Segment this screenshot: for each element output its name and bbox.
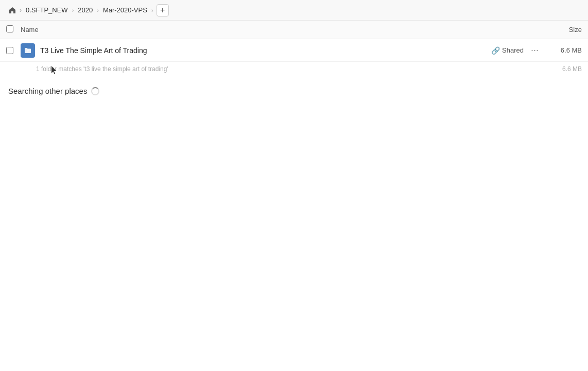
shared-badge: 🔗 Shared bbox=[491, 46, 524, 55]
column-size-header: Size bbox=[541, 26, 582, 33]
breadcrumb-item-0[interactable]: 0.SFTP_NEW bbox=[23, 5, 71, 15]
chevron-3: › bbox=[151, 7, 153, 13]
svg-point-0 bbox=[27, 49, 29, 52]
match-info-size: 6.6 MB bbox=[541, 65, 582, 73]
shared-label: Shared bbox=[502, 46, 524, 54]
breadcrumb-bar: › 0.SFTP_NEW › 2020 › Mar-2020-VPS › + bbox=[0, 0, 588, 21]
file-actions: 🔗 Shared ··· bbox=[491, 44, 541, 57]
match-info-row: 1 folder matches 't3 live the simple art… bbox=[0, 62, 588, 76]
match-info-text: 1 folder matches 't3 live the simple art… bbox=[36, 65, 541, 73]
link-icon: 🔗 bbox=[491, 46, 500, 55]
searching-text: Searching other places bbox=[8, 87, 87, 95]
searching-section: Searching other places bbox=[0, 76, 588, 100]
file-size: 6.6 MB bbox=[541, 46, 582, 54]
searching-label: Searching other places bbox=[8, 87, 580, 95]
chevron-1: › bbox=[72, 7, 74, 13]
breadcrumb-item-2[interactable]: Mar-2020-VPS bbox=[100, 5, 150, 15]
folder-icon bbox=[21, 43, 35, 58]
row-checkbox[interactable] bbox=[6, 47, 16, 54]
table-header: Name Size bbox=[0, 21, 588, 39]
select-all-checkbox[interactable] bbox=[6, 25, 16, 34]
loading-spinner bbox=[91, 87, 99, 95]
file-name: T3 Live The Simple Art of Trading bbox=[40, 46, 491, 55]
add-tab-button[interactable]: + bbox=[157, 4, 169, 16]
column-name-header: Name bbox=[21, 26, 541, 33]
breadcrumb-item-1[interactable]: 2020 bbox=[75, 5, 96, 15]
sep-0: › bbox=[20, 7, 22, 14]
table-row[interactable]: T3 Live The Simple Art of Trading 🔗 Shar… bbox=[0, 39, 588, 62]
chevron-2: › bbox=[97, 7, 99, 13]
home-button[interactable] bbox=[6, 4, 19, 16]
more-options-button[interactable]: ··· bbox=[529, 44, 541, 57]
